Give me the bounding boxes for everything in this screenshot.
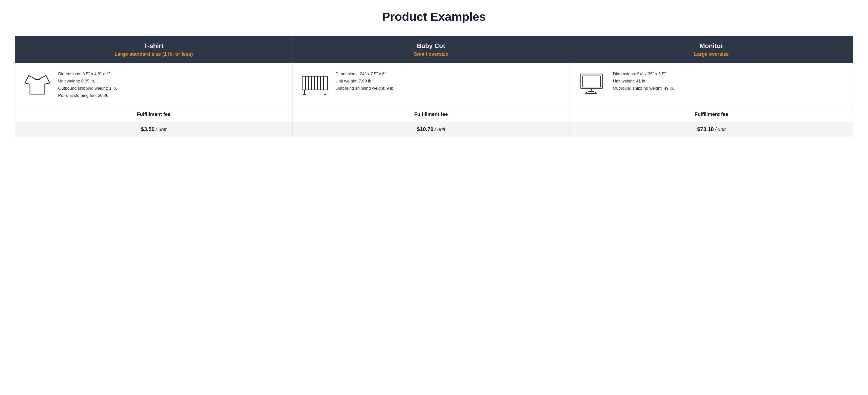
babycot-dimensions: Dimensions: 24" x 7.5" x 6" — [336, 72, 386, 76]
babycot-price-cell: $10.79 / unit — [292, 121, 570, 137]
babycot-details-cell: Dimensions: 24" x 7.5" x 6" Unit weight:… — [292, 63, 570, 107]
babycot-name: Baby Cot — [300, 42, 562, 50]
babycot-size: Small oversize — [300, 51, 562, 57]
tshirt-details-cell: Dimensions: 8.5" x 4.8" x 1" Unit weight… — [15, 63, 292, 107]
tshirt-extra-fee: Per-unit clothing fee: $0.40 — [58, 93, 108, 98]
monitor-name: Monitor — [577, 42, 845, 50]
tshirt-price: $3.59 — [141, 126, 155, 132]
header-babycot: Baby Cot Small oversize — [292, 36, 570, 63]
header-tshirt: T-shirt Large standard size (1 lb. or le… — [15, 36, 292, 63]
babycot-details-inner: Dimensions: 24" x 7.5" x 6" Unit weight:… — [300, 70, 562, 98]
monitor-icon-container — [577, 70, 607, 98]
tshirt-dimensions: Dimensions: 8.5" x 4.8" x 1" — [58, 72, 110, 76]
page-title: Product Examples — [15, 10, 853, 24]
tshirt-outbound-weight: Outbound shipping weight: 1 lb. — [58, 86, 117, 91]
monitor-details-inner: Dimensions: 54" x 35" x 3.5" Unit weight… — [577, 70, 845, 98]
tshirt-details-inner: Dimensions: 8.5" x 4.8" x 1" Unit weight… — [23, 70, 285, 99]
tshirt-price-cell: $3.59 / unit — [15, 121, 292, 137]
monitor-details-cell: Dimensions: 54" x 35" x 3.5" Unit weight… — [570, 63, 853, 107]
babycot-info: Dimensions: 24" x 7.5" x 6" Unit weight:… — [336, 70, 395, 92]
monitor-info: Dimensions: 54" x 35" x 3.5" Unit weight… — [613, 70, 674, 92]
monitor-dimensions: Dimensions: 54" x 35" x 3.5" — [613, 72, 666, 76]
product-table: T-shirt Large standard size (1 lb. or le… — [15, 36, 853, 137]
babycot-price-unit: / unit — [434, 126, 445, 132]
babycot-icon-container — [300, 70, 330, 98]
monitor-icon — [579, 70, 606, 98]
babycot-fulfillment-label: Fulfillment fee — [292, 107, 570, 121]
monitor-price: $73.18 — [697, 126, 714, 132]
tshirt-fulfillment-label: Fulfillment fee — [15, 107, 292, 121]
details-row: Dimensions: 8.5" x 4.8" x 1" Unit weight… — [15, 63, 853, 107]
tshirt-size: Large standard size (1 lb. or less) — [23, 51, 285, 57]
monitor-size: Large oversize — [577, 51, 845, 57]
header-row: T-shirt Large standard size (1 lb. or le… — [15, 36, 853, 63]
babycot-unit-weight: Unit weight: 7.90 lb. — [336, 79, 372, 83]
monitor-price-cell: $73.18 / unit — [570, 121, 853, 137]
babycot-outbound-weight: Outbound shipping weight: 9 lb. — [336, 86, 395, 91]
babycot-price: $10.79 — [417, 126, 433, 132]
monitor-price-unit: / unit — [715, 126, 725, 132]
fulfillment-label-row: Fulfillment fee Fulfillment fee Fulfillm… — [15, 107, 853, 121]
monitor-outbound-weight: Outbound shipping weight: 49 lb. — [613, 86, 674, 91]
tshirt-icon-container — [23, 70, 52, 98]
monitor-unit-weight: Unit weight: 41 lb. — [613, 79, 646, 83]
tshirt-unit-weight: Unit weight: 0.35 lb. — [58, 79, 95, 83]
monitor-fulfillment-label: Fulfillment fee — [570, 107, 853, 121]
svg-rect-12 — [581, 74, 602, 89]
header-monitor: Monitor Large oversize — [570, 36, 853, 63]
tshirt-icon — [24, 70, 51, 98]
babycot-icon — [300, 70, 330, 98]
tshirt-info: Dimensions: 8.5" x 4.8" x 1" Unit weight… — [58, 70, 117, 99]
tshirt-price-unit: / unit — [156, 126, 166, 132]
svg-rect-13 — [583, 76, 600, 87]
price-row: $3.59 / unit $10.79 / unit $73.18 / unit — [15, 121, 853, 137]
tshirt-name: T-shirt — [23, 42, 285, 50]
